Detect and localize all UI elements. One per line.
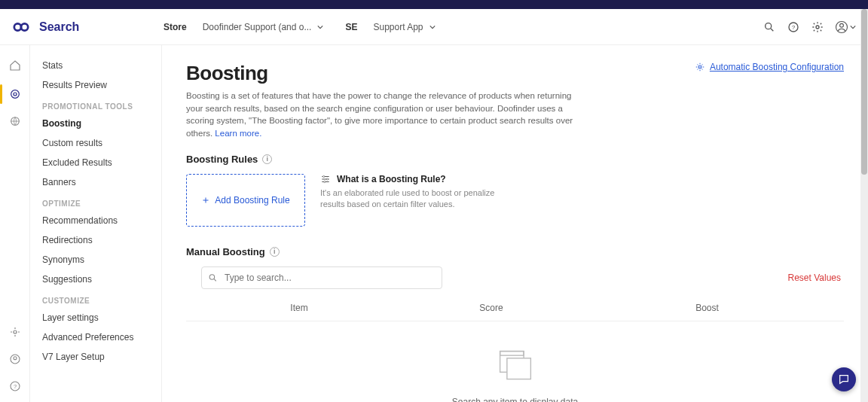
rule-answer: It's an elaborated rule used to boost or… xyxy=(320,187,516,211)
sidebar-item-custom-results[interactable]: Custom results xyxy=(30,133,161,153)
svg-point-18 xyxy=(323,175,325,177)
add-boosting-rule-button[interactable]: Add Boosting Rule xyxy=(186,174,305,227)
store-dropdown[interactable]: Doofinder Support (and o... xyxy=(196,18,331,36)
sidebar-item-suggestions[interactable]: Suggestions xyxy=(30,270,161,289)
gear-icon xyxy=(695,62,705,72)
chevron-down-icon xyxy=(850,24,856,30)
sidebar-item-recommendations[interactable]: Recommendations xyxy=(30,211,161,230)
chevron-down-icon xyxy=(423,22,436,32)
col-boost: Boost xyxy=(570,303,844,313)
page-description: Boosting is a set of features that have … xyxy=(186,90,578,140)
sliders-icon xyxy=(320,174,331,184)
sidebar-section-promotional: PROMOTIONAL TOOLS xyxy=(30,95,161,114)
store-label: Store xyxy=(164,22,187,32)
boosting-rule-explainer: What is a Boosting Rule? It's an elabora… xyxy=(320,174,516,227)
sidebar-item-excluded-results[interactable]: Excluded Results xyxy=(30,153,161,172)
empty-state-icon xyxy=(494,347,536,385)
svg-text:?: ? xyxy=(13,383,16,390)
gear-icon[interactable] xyxy=(8,325,22,339)
sidebar-item-v7-layer-setup[interactable]: V7 Layer Setup xyxy=(30,347,161,367)
empty-state: Search any item to display data xyxy=(186,321,844,402)
sidebar-item-boosting[interactable]: Boosting xyxy=(30,114,161,133)
globe-icon[interactable] xyxy=(8,114,22,128)
app-header: Search Store Doofinder Support (and o...… xyxy=(0,9,868,45)
app-title: Search xyxy=(39,20,164,34)
svg-point-17 xyxy=(698,65,701,69)
info-icon[interactable]: i xyxy=(270,247,280,257)
svg-rect-25 xyxy=(500,351,523,355)
store-value: Doofinder Support (and o... xyxy=(203,22,312,32)
chat-fab[interactable] xyxy=(832,367,856,391)
gear-icon[interactable] xyxy=(811,20,824,34)
boosting-rules-heading: Boosting Rules i xyxy=(186,154,844,165)
sidebar-item-synonyms[interactable]: Synonyms xyxy=(30,250,161,270)
svg-point-13 xyxy=(11,355,20,364)
sidebar-item-banners[interactable]: Banners xyxy=(30,172,161,192)
col-item: Item xyxy=(186,303,412,313)
svg-text:?: ? xyxy=(792,23,796,30)
svg-line-22 xyxy=(214,279,216,281)
sidebar-item-results-preview[interactable]: Results Preview xyxy=(30,75,161,95)
se-label: SE xyxy=(345,22,357,32)
account-menu[interactable] xyxy=(835,20,856,34)
manual-boost-search xyxy=(201,266,442,289)
svg-point-6 xyxy=(816,26,819,29)
user-icon xyxy=(835,20,848,34)
automatic-boosting-link[interactable]: Automatic Boosting Configuration xyxy=(695,62,844,72)
help-icon[interactable]: ? xyxy=(787,20,800,34)
rule-question: What is a Boosting Rule? xyxy=(337,174,446,184)
chevron-down-icon xyxy=(311,22,323,32)
svg-point-14 xyxy=(14,357,17,360)
chat-icon xyxy=(838,373,850,385)
automatic-boosting-label: Automatic Boosting Configuration xyxy=(710,62,844,72)
vertical-scrollbar[interactable] xyxy=(860,9,868,402)
sidebar-item-advanced-preferences[interactable]: Advanced Preferences xyxy=(30,327,161,347)
browser-chrome-bar xyxy=(0,0,868,9)
svg-rect-24 xyxy=(506,358,530,379)
reset-values-link[interactable]: Reset Values xyxy=(788,273,841,283)
target-icon[interactable] xyxy=(8,87,22,101)
info-icon[interactable]: i xyxy=(262,154,272,164)
sidebar-item-redirections[interactable]: Redirections xyxy=(30,230,161,250)
se-value: Support App xyxy=(373,22,423,32)
user-circle-icon[interactable] xyxy=(8,352,22,366)
svg-point-12 xyxy=(14,330,17,333)
svg-point-9 xyxy=(11,90,19,99)
scrollbar-thumb[interactable] xyxy=(861,9,867,175)
svg-point-10 xyxy=(14,93,17,96)
logo xyxy=(6,19,36,35)
search-icon xyxy=(208,273,218,282)
sidebar: Stats Results Preview PROMOTIONAL TOOLS … xyxy=(30,45,162,402)
learn-more-link[interactable]: Learn more. xyxy=(215,129,261,138)
svg-point-1 xyxy=(21,23,28,30)
add-rule-label: Add Boosting Rule xyxy=(215,195,289,206)
main-content: Boosting Boosting is a set of features t… xyxy=(162,45,868,402)
sidebar-item-layer-settings[interactable]: Layer settings xyxy=(30,308,161,327)
boosting-rules-label: Boosting Rules xyxy=(186,154,258,165)
svg-point-19 xyxy=(326,178,328,180)
col-score: Score xyxy=(412,303,570,313)
se-dropdown[interactable]: Support App xyxy=(366,18,442,36)
svg-point-2 xyxy=(766,23,772,29)
icon-rail: ? xyxy=(0,45,30,402)
search-input[interactable] xyxy=(201,266,442,289)
help-icon[interactable]: ? xyxy=(8,379,22,393)
sidebar-section-customize: CUSTOMIZE xyxy=(30,289,161,308)
search-icon[interactable] xyxy=(763,20,776,34)
svg-line-3 xyxy=(771,29,773,31)
sidebar-item-stats[interactable]: Stats xyxy=(30,56,161,75)
empty-state-text: Search any item to display data xyxy=(186,397,844,402)
header-actions: ? xyxy=(763,20,856,34)
home-icon[interactable] xyxy=(8,59,22,72)
svg-point-21 xyxy=(209,274,215,279)
manual-boosting-label: Manual Boosting xyxy=(186,246,265,257)
manual-boost-table-header: Item Score Boost xyxy=(186,292,844,321)
plus-icon xyxy=(201,196,210,205)
svg-point-20 xyxy=(324,181,326,182)
page-title: Boosting xyxy=(186,62,578,85)
sidebar-section-optimize: OPTIMIZE xyxy=(30,192,161,211)
logo-icon xyxy=(13,19,29,35)
svg-point-8 xyxy=(840,23,844,27)
manual-boosting-heading: Manual Boosting i xyxy=(186,246,844,257)
